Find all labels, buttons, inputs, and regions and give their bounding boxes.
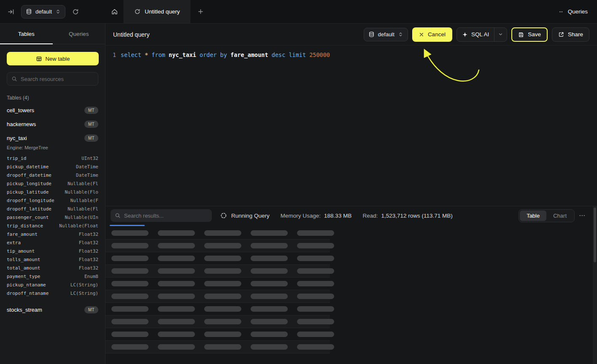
line-number: 1 bbox=[105, 51, 121, 59]
sidebar-tab-tables[interactable]: Tables bbox=[0, 24, 53, 44]
skeleton-cell bbox=[251, 281, 288, 286]
database-selector-query[interactable]: default bbox=[364, 28, 408, 41]
skeleton-cell bbox=[111, 230, 149, 236]
skeleton-row bbox=[105, 341, 330, 353]
sidebar-tab-tables-label: Tables bbox=[18, 31, 35, 37]
skeleton-cell bbox=[251, 230, 288, 236]
updown-chevron-icon bbox=[398, 32, 403, 37]
skeleton-cell bbox=[204, 344, 241, 350]
table-name: hackernews bbox=[7, 121, 36, 127]
skeleton-cell bbox=[158, 230, 195, 236]
skeleton-cell bbox=[204, 319, 241, 324]
skeleton-row bbox=[105, 227, 330, 240]
sidebar-search-box bbox=[7, 72, 98, 86]
topbar: default Untitled query Queries bbox=[0, 0, 597, 24]
column-row: pickup_datetimeDateTime bbox=[7, 163, 98, 171]
search-resources-input[interactable] bbox=[21, 76, 94, 82]
sql-ai-label: SQL AI bbox=[471, 31, 489, 38]
view-toggle: Table Chart bbox=[519, 209, 575, 222]
results-scrollbar[interactable] bbox=[593, 206, 597, 364]
skeleton-cell bbox=[251, 268, 288, 274]
home-tab-button[interactable] bbox=[105, 0, 124, 23]
skeleton-cell bbox=[158, 332, 195, 337]
sql-token bbox=[165, 51, 169, 58]
skeleton-cell bbox=[158, 294, 195, 299]
query-actions: default Cancel SQL AI Save bbox=[364, 27, 589, 42]
scrollbar-thumb[interactable] bbox=[594, 208, 596, 262]
sidebar-tab-queries[interactable]: Queries bbox=[53, 24, 105, 44]
progress-bar bbox=[110, 225, 145, 226]
sync-icon bbox=[134, 8, 140, 15]
topbar-right: Queries bbox=[559, 0, 597, 23]
query-title: Untitled query bbox=[113, 31, 149, 38]
skeleton-cell bbox=[251, 332, 288, 337]
column-row: trip_distanceNullable(Float bbox=[7, 222, 98, 230]
column-name: passenger_count bbox=[7, 213, 49, 222]
skeleton-cell bbox=[251, 319, 288, 324]
queries-button[interactable]: Queries bbox=[559, 8, 588, 15]
sql-token bbox=[306, 51, 309, 58]
sql-ai-button[interactable]: SQL AI bbox=[457, 27, 507, 42]
share-button[interactable]: Share bbox=[552, 27, 589, 42]
table-item-cell_towers[interactable]: cell_towersMT bbox=[0, 103, 105, 117]
table-engine-label: Engine: MergeTree bbox=[0, 145, 105, 153]
search-results-input[interactable] bbox=[124, 213, 208, 219]
table-columns-list: trip_idUInt32pickup_datetimeDateTimedrop… bbox=[0, 153, 105, 303]
chart-view-button[interactable]: Chart bbox=[546, 210, 573, 221]
share-icon bbox=[558, 32, 564, 38]
collapse-sidebar-button[interactable] bbox=[5, 6, 17, 18]
skeleton-cell bbox=[158, 319, 195, 324]
skeleton-cell bbox=[158, 281, 195, 286]
skeleton-row bbox=[105, 252, 330, 265]
column-type: Nullable(UIn bbox=[65, 213, 98, 222]
database-selector-topbar[interactable]: default bbox=[21, 5, 65, 19]
save-button[interactable]: Save bbox=[511, 27, 548, 42]
sql-token: desc bbox=[272, 51, 286, 58]
skeleton-row bbox=[105, 265, 330, 278]
column-name: trip_distance bbox=[7, 222, 43, 230]
sql-token: fare_amount bbox=[230, 51, 268, 58]
skeleton-cell bbox=[158, 268, 195, 274]
new-table-button[interactable]: New table bbox=[7, 52, 99, 65]
column-name: fare_amount bbox=[7, 230, 38, 239]
tab-untitled-query[interactable]: Untitled query bbox=[124, 0, 190, 23]
more-options-button[interactable]: ⋯ bbox=[579, 212, 586, 219]
tab-strip: Untitled query bbox=[105, 0, 211, 23]
sql-code-line: select * from nyc_taxi order by fare_amo… bbox=[121, 51, 330, 59]
column-type: LC(String) bbox=[70, 281, 98, 289]
read-value: 1,523,712 rows (113.71 MB) bbox=[381, 213, 452, 219]
sql-editor[interactable]: 1 select * from nyc_taxi order by fare_a… bbox=[105, 46, 597, 65]
table-item-stocks_stream[interactable]: stocks_streamMT bbox=[0, 303, 105, 317]
database-selector-value: default bbox=[35, 8, 52, 15]
cancel-button[interactable]: Cancel bbox=[412, 27, 452, 42]
column-type: Nullable(Flo bbox=[65, 188, 98, 197]
skeleton-cell bbox=[251, 243, 288, 248]
skeleton-cell bbox=[111, 332, 149, 337]
column-name: dropoff_latitude bbox=[7, 205, 51, 213]
column-row: dropoff_ntanameLC(String) bbox=[7, 289, 98, 298]
column-name: payment_type bbox=[7, 272, 40, 281]
database-selector-value: default bbox=[378, 31, 394, 38]
refresh-button[interactable] bbox=[70, 6, 81, 18]
spinner-icon bbox=[220, 212, 227, 219]
table-name: stocks_stream bbox=[7, 307, 42, 313]
column-name: tolls_amount bbox=[7, 256, 40, 264]
sql-token bbox=[148, 51, 151, 58]
tables-count-label: Tables (4) bbox=[7, 95, 98, 101]
read-label: Read: bbox=[362, 213, 378, 219]
table-item-hackernews[interactable]: hackernewsMT bbox=[0, 117, 105, 131]
column-name: pickup_ntaname bbox=[7, 281, 46, 289]
table-item-nyc_taxi[interactable]: nyc_taxiMT bbox=[0, 131, 105, 145]
table-view-button[interactable]: Table bbox=[520, 210, 546, 221]
column-row: tolls_amountFloat32 bbox=[7, 256, 98, 264]
column-name: pickup_latitude bbox=[7, 188, 49, 197]
column-type: Nullable(Fl bbox=[68, 180, 98, 188]
skeleton-cell bbox=[158, 256, 195, 261]
skeleton-cell bbox=[111, 344, 149, 350]
chevron-down-icon bbox=[498, 32, 503, 37]
sql-token: from bbox=[151, 51, 165, 58]
table-name: cell_towers bbox=[7, 107, 34, 113]
new-tab-button[interactable] bbox=[190, 0, 211, 23]
column-row: dropoff_latitudeNullable(Fl bbox=[7, 205, 98, 213]
sql-ai-dropdown[interactable] bbox=[494, 28, 507, 41]
